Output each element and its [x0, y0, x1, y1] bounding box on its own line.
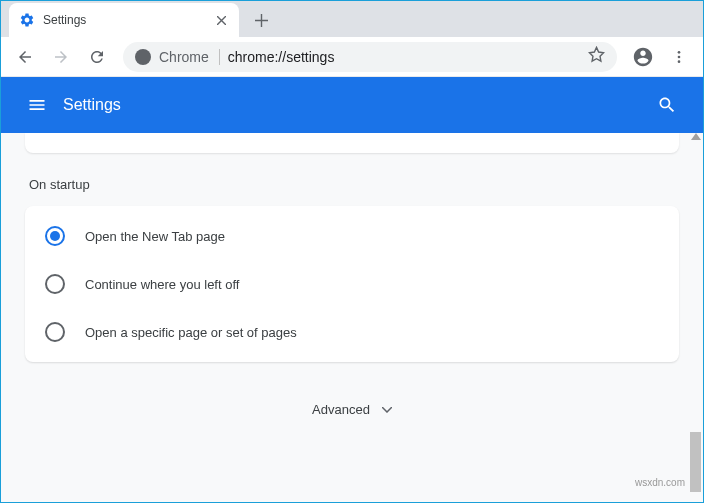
radio-icon — [45, 274, 65, 294]
previous-card-edge — [25, 133, 679, 153]
radio-label: Open the New Tab page — [85, 229, 225, 244]
chrome-icon — [135, 49, 151, 65]
tab-strip: Settings — [1, 1, 703, 37]
new-tab-button[interactable] — [247, 6, 275, 34]
address-bar[interactable]: Chrome chrome://settings — [123, 42, 617, 72]
scrollbar-thumb[interactable] — [690, 432, 701, 492]
startup-option-specific[interactable]: Open a specific page or set of pages — [25, 308, 679, 356]
startup-options-card: Open the New Tab page Continue where you… — [25, 206, 679, 362]
tab-title: Settings — [43, 13, 205, 27]
settings-header: Settings — [1, 77, 703, 133]
advanced-toggle[interactable]: Advanced — [25, 402, 679, 417]
radio-label: Continue where you left off — [85, 277, 239, 292]
startup-option-new-tab[interactable]: Open the New Tab page — [25, 212, 679, 260]
settings-content: On startup Open the New Tab page Continu… — [1, 133, 703, 502]
browser-tab[interactable]: Settings — [9, 3, 239, 37]
svg-point-3 — [678, 55, 681, 58]
hamburger-menu-button[interactable] — [17, 85, 57, 125]
scroll-up-arrow[interactable] — [691, 133, 701, 140]
advanced-label: Advanced — [312, 402, 370, 417]
page-title: Settings — [63, 96, 647, 114]
chevron-down-icon — [382, 407, 392, 413]
svg-point-4 — [678, 60, 681, 63]
menu-button[interactable] — [663, 41, 695, 73]
back-button[interactable] — [9, 41, 41, 73]
gear-icon — [19, 12, 35, 28]
omnibox-origin: Chrome — [159, 49, 220, 65]
radio-label: Open a specific page or set of pages — [85, 325, 297, 340]
svg-point-2 — [678, 51, 681, 54]
tab-close-button[interactable] — [213, 12, 229, 28]
forward-button[interactable] — [45, 41, 77, 73]
bookmark-star-icon[interactable] — [588, 46, 605, 67]
browser-toolbar: Chrome chrome://settings — [1, 37, 703, 77]
reload-button[interactable] — [81, 41, 113, 73]
profile-button[interactable] — [627, 41, 659, 73]
search-button[interactable] — [647, 85, 687, 125]
startup-option-continue[interactable]: Continue where you left off — [25, 260, 679, 308]
watermark: wsxdn.com — [635, 477, 685, 488]
section-title: On startup — [29, 177, 679, 192]
radio-icon — [45, 226, 65, 246]
radio-icon — [45, 322, 65, 342]
omnibox-url: chrome://settings — [228, 49, 580, 65]
